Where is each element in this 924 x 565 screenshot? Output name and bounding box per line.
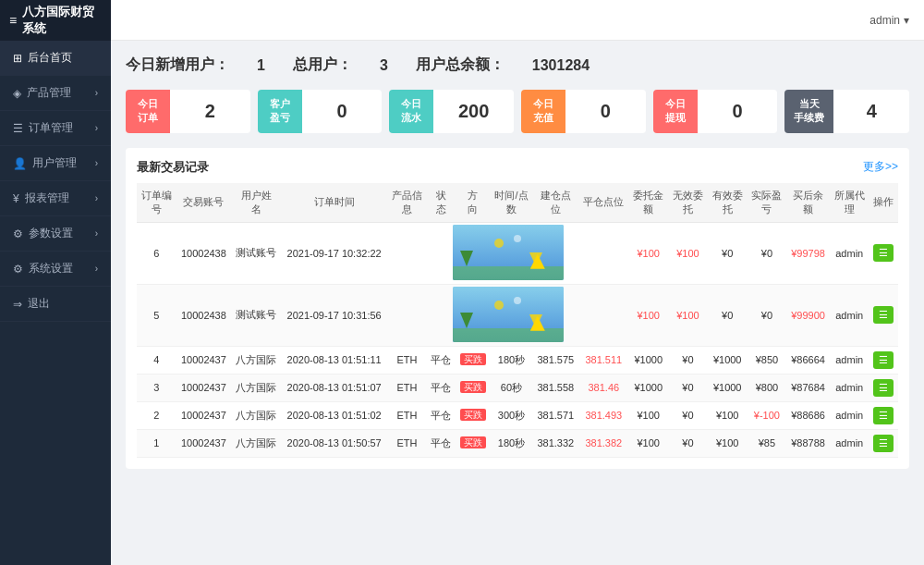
card-label: 今日流水 <box>389 90 433 133</box>
users-icon: 👤 <box>13 157 27 170</box>
col-order-time: 订单时间 <box>281 183 387 223</box>
sidebar-item-products[interactable]: ◈ 产品管理 › <box>0 76 111 111</box>
direction-badge: 买跌 <box>460 353 486 365</box>
col-seconds: 时间/点数 <box>491 183 533 223</box>
sidebar-item-label: 用户管理 <box>32 155 77 171</box>
svg-point-10 <box>494 301 504 310</box>
direction-badge: 买跌 <box>460 381 486 393</box>
table-title: 最新交易记录 <box>137 159 209 176</box>
action-button[interactable]: ☰ <box>873 379 894 397</box>
card-today-withdraw[interactable]: 今日提现 0 <box>653 90 778 133</box>
col-close: 平仓点位 <box>578 183 628 223</box>
svg-point-4 <box>494 239 504 248</box>
sidebar-item-label: 参数设置 <box>29 226 73 241</box>
table-row: 510002438测试账号2021-09-17 10:31:56 <box>137 284 898 346</box>
product-image <box>453 225 564 280</box>
app-title: 八方国际财贸系统 <box>22 4 102 37</box>
action-button[interactable]: ☰ <box>873 407 894 424</box>
card-value: 0 <box>302 93 383 129</box>
col-direction: 方向 <box>456 183 491 223</box>
table-row: 410002437八方国际2020-08-13 01:51:11ETH平仓买跌1… <box>137 346 898 374</box>
cards-row: 今日订单 2 客户盈亏 0 今日流水 200 今日充值 0 今日提现 0 当天手… <box>126 90 909 133</box>
col-valid: 有效委托 <box>708 183 748 223</box>
sidebar-item-users[interactable]: 👤 用户管理 › <box>0 146 111 181</box>
col-entrust: 委托金额 <box>628 183 668 223</box>
chevron-right-icon: › <box>95 264 98 274</box>
sidebar-item-reports[interactable]: ¥ 报表管理 › <box>0 181 111 216</box>
card-label: 今日充值 <box>521 90 565 133</box>
new-users-value: 1 <box>257 57 265 74</box>
admin-label: admin <box>869 14 900 27</box>
balance-value: 1301284 <box>532 57 590 74</box>
card-value: 0 <box>565 93 646 129</box>
table-row: 610002438测试账号2021-09-17 10:32:22 <box>137 222 898 284</box>
col-product: 产品信息 <box>387 183 427 223</box>
action-button[interactable]: ☰ <box>873 351 894 369</box>
card-label: 客户盈亏 <box>258 90 302 133</box>
sidebar-item-label: 退出 <box>28 296 50 312</box>
card-today-order[interactable]: 今日订单 2 <box>126 90 250 133</box>
products-icon: ◈ <box>13 87 21 100</box>
chevron-right-icon: › <box>95 193 98 203</box>
chevron-right-icon: › <box>95 88 98 98</box>
stats-row: 今日新增用户： 1 总用户： 3 用户总余额： 1301284 <box>126 55 909 75</box>
action-button[interactable]: ☰ <box>873 306 894 324</box>
product-image <box>453 287 564 342</box>
card-today-flow[interactable]: 今日流水 200 <box>389 90 514 133</box>
direction-badge: 买跌 <box>460 436 486 448</box>
card-value: 200 <box>433 93 514 129</box>
chevron-right-icon: › <box>95 158 98 168</box>
card-value: 4 <box>833 93 909 129</box>
sidebar-item-logout[interactable]: ⇒ 退出 <box>0 287 111 322</box>
sidebar: ≡ 八方国际财贸系统 ⊞ 后台首页 ◈ 产品管理 › ☰ 订单管理 › 👤 用户… <box>0 0 111 565</box>
card-label: 当天手续费 <box>784 90 833 133</box>
card-value: 2 <box>170 93 250 129</box>
orders-icon: ☰ <box>13 122 23 135</box>
col-order-id: 订单编号 <box>137 183 176 223</box>
sidebar-item-label: 报表管理 <box>25 190 69 206</box>
sidebar-header: ≡ 八方国际财贸系统 <box>0 0 111 41</box>
new-users-label: 今日新增用户： <box>126 55 229 75</box>
card-daily-fee[interactable]: 当天手续费 4 <box>784 90 909 133</box>
col-action: 操作 <box>869 183 898 223</box>
main-area: admin ▾ 今日新增用户： 1 总用户： 3 用户总余额： 1301284 … <box>111 0 924 565</box>
chevron-down-icon: ▾ <box>904 14 909 27</box>
action-button[interactable]: ☰ <box>873 435 894 452</box>
chevron-right-icon: › <box>95 228 98 239</box>
col-agent: 所属代理 <box>830 183 869 223</box>
sidebar-item-label: 后台首页 <box>28 50 72 66</box>
admin-menu[interactable]: admin ▾ <box>869 14 909 27</box>
card-client-profit[interactable]: 客户盈亏 0 <box>258 90 383 133</box>
sidebar-item-label: 产品管理 <box>27 85 71 101</box>
sidebar-item-label: 系统设置 <box>29 261 73 276</box>
sidebar-item-orders[interactable]: ☰ 订单管理 › <box>0 111 111 146</box>
sidebar-item-dashboard[interactable]: ⊞ 后台首页 <box>0 41 111 76</box>
table-row: 310002437八方国际2020-08-13 01:51:07ETH平仓买跌6… <box>137 374 898 401</box>
menu-icon[interactable]: ≡ <box>9 13 17 28</box>
col-open: 建仓点位 <box>532 183 578 223</box>
logout-icon: ⇒ <box>13 298 22 311</box>
more-link[interactable]: 更多>> <box>863 159 898 175</box>
card-today-recharge[interactable]: 今日充值 0 <box>521 90 646 133</box>
sidebar-item-params[interactable]: ⚙ 参数设置 › <box>0 216 111 252</box>
total-users-value: 3 <box>380 57 388 74</box>
system-icon: ⚙ <box>13 263 23 276</box>
content-area: 今日新增用户： 1 总用户： 3 用户总余额： 1301284 今日订单 2 客… <box>111 41 924 565</box>
sidebar-item-label: 订单管理 <box>29 120 73 136</box>
balance-label: 用户总余额： <box>416 55 505 75</box>
chevron-right-icon: › <box>95 123 98 133</box>
reports-icon: ¥ <box>13 192 19 205</box>
params-icon: ⚙ <box>13 227 23 240</box>
col-trade-no: 交易账号 <box>176 183 231 223</box>
col-username: 用户姓名 <box>231 183 281 223</box>
direction-badge: 买跌 <box>460 409 486 421</box>
sidebar-item-system[interactable]: ⚙ 系统设置 › <box>0 252 111 287</box>
col-profit: 实际盈亏 <box>748 183 787 223</box>
col-invalid: 无效委托 <box>668 183 708 223</box>
col-status: 状态 <box>427 183 456 223</box>
table-row: 210002437八方国际2020-08-13 01:51:02ETH平仓买跌3… <box>137 401 898 429</box>
card-label: 今日订单 <box>126 90 170 133</box>
action-button[interactable]: ☰ <box>873 244 894 262</box>
col-balance: 买后余额 <box>786 183 830 223</box>
svg-rect-7 <box>453 328 564 342</box>
